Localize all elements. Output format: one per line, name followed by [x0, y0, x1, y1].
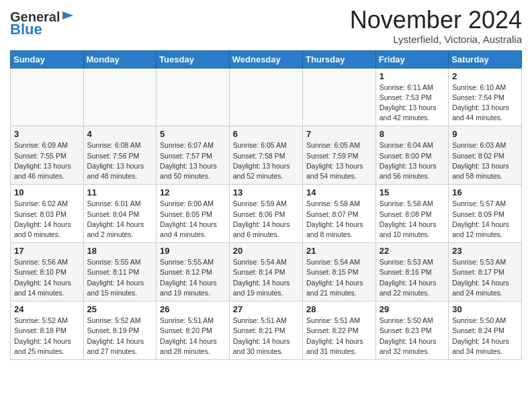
- day-number: 21: [306, 246, 372, 256]
- day-number: 16: [452, 187, 518, 197]
- day-number: 19: [160, 246, 226, 256]
- day-number: 17: [14, 246, 80, 256]
- day-info: Sunrise: 5:56 AM Sunset: 8:10 PM Dayligh…: [14, 257, 80, 298]
- calendar-weekday-header: Wednesday: [229, 50, 302, 68]
- calendar-cell: [11, 68, 84, 126]
- day-number: 26: [160, 304, 226, 314]
- day-number: 2: [452, 71, 518, 81]
- calendar-cell: 30Sunrise: 5:50 AM Sunset: 8:24 PM Dayli…: [449, 302, 522, 360]
- day-number: 6: [233, 129, 299, 139]
- day-number: 1: [380, 71, 445, 81]
- day-number: 4: [87, 129, 153, 139]
- calendar-week-row: 17Sunrise: 5:56 AM Sunset: 8:10 PM Dayli…: [11, 243, 522, 302]
- day-info: Sunrise: 6:04 AM Sunset: 8:00 PM Dayligh…: [380, 140, 445, 181]
- calendar-cell: 16Sunrise: 5:57 AM Sunset: 8:09 PM Dayli…: [449, 185, 522, 243]
- calendar-cell: 8Sunrise: 6:04 AM Sunset: 8:00 PM Daylig…: [375, 126, 448, 185]
- calendar-weekday-header: Sunday: [11, 50, 84, 68]
- day-info: Sunrise: 6:08 AM Sunset: 7:56 PM Dayligh…: [87, 140, 153, 181]
- calendar-weekday-header: Tuesday: [157, 50, 230, 68]
- day-number: 7: [306, 129, 372, 139]
- calendar-week-row: 3Sunrise: 6:09 AM Sunset: 7:55 PM Daylig…: [11, 126, 522, 185]
- calendar-cell: 20Sunrise: 5:54 AM Sunset: 8:14 PM Dayli…: [229, 243, 302, 302]
- calendar-cell: 2Sunrise: 6:10 AM Sunset: 7:54 PM Daylig…: [449, 68, 522, 126]
- day-number: 24: [14, 304, 80, 314]
- logo-arrow-icon: [61, 9, 75, 22]
- calendar-cell: 9Sunrise: 6:03 AM Sunset: 8:02 PM Daylig…: [449, 126, 522, 185]
- calendar-cell: 10Sunrise: 6:02 AM Sunset: 8:03 PM Dayli…: [11, 185, 84, 243]
- calendar-cell: [83, 68, 157, 126]
- calendar-cell: 15Sunrise: 5:58 AM Sunset: 8:08 PM Dayli…: [375, 185, 448, 243]
- calendar-cell: 12Sunrise: 6:00 AM Sunset: 8:05 PM Dayli…: [157, 185, 230, 243]
- day-info: Sunrise: 5:52 AM Sunset: 8:18 PM Dayligh…: [14, 316, 80, 357]
- calendar-cell: 27Sunrise: 5:51 AM Sunset: 8:21 PM Dayli…: [229, 302, 302, 360]
- day-info: Sunrise: 6:11 AM Sunset: 7:53 PM Dayligh…: [380, 83, 445, 124]
- calendar-weekday-header: Thursday: [302, 50, 375, 68]
- calendar-cell: [157, 68, 230, 126]
- calendar-cell: 13Sunrise: 5:59 AM Sunset: 8:06 PM Dayli…: [229, 185, 302, 243]
- day-info: Sunrise: 5:58 AM Sunset: 8:07 PM Dayligh…: [306, 199, 372, 240]
- calendar-cell: 14Sunrise: 5:58 AM Sunset: 8:07 PM Dayli…: [302, 185, 375, 243]
- day-info: Sunrise: 6:00 AM Sunset: 8:05 PM Dayligh…: [160, 199, 226, 240]
- calendar-week-row: 10Sunrise: 6:02 AM Sunset: 8:03 PM Dayli…: [11, 185, 522, 243]
- page: General Blue November 2024 Lysterfield, …: [0, 0, 532, 370]
- calendar-cell: [302, 68, 375, 126]
- day-info: Sunrise: 5:50 AM Sunset: 8:23 PM Dayligh…: [380, 316, 445, 357]
- day-number: 12: [160, 187, 226, 197]
- calendar-cell: 24Sunrise: 5:52 AM Sunset: 8:18 PM Dayli…: [11, 302, 84, 360]
- calendar-cell: 4Sunrise: 6:08 AM Sunset: 7:56 PM Daylig…: [83, 126, 157, 185]
- logo: General Blue: [10, 9, 75, 38]
- calendar-weekday-header: Friday: [375, 50, 448, 68]
- day-info: Sunrise: 6:05 AM Sunset: 7:58 PM Dayligh…: [233, 140, 299, 181]
- day-number: 25: [87, 304, 153, 314]
- day-number: 5: [160, 129, 226, 139]
- calendar-cell: 21Sunrise: 5:54 AM Sunset: 8:15 PM Dayli…: [302, 243, 375, 302]
- calendar-cell: 3Sunrise: 6:09 AM Sunset: 7:55 PM Daylig…: [11, 126, 84, 185]
- day-number: 15: [380, 187, 445, 197]
- day-info: Sunrise: 5:59 AM Sunset: 8:06 PM Dayligh…: [233, 199, 299, 240]
- calendar-week-row: 24Sunrise: 5:52 AM Sunset: 8:18 PM Dayli…: [11, 302, 522, 360]
- day-number: 11: [87, 187, 153, 197]
- day-number: 27: [233, 304, 299, 314]
- day-info: Sunrise: 5:51 AM Sunset: 8:21 PM Dayligh…: [233, 316, 299, 357]
- day-number: 29: [380, 304, 445, 314]
- calendar-cell: 11Sunrise: 6:01 AM Sunset: 8:04 PM Dayli…: [83, 185, 157, 243]
- day-number: 18: [87, 246, 153, 256]
- day-info: Sunrise: 5:52 AM Sunset: 8:19 PM Dayligh…: [87, 316, 153, 357]
- day-info: Sunrise: 6:03 AM Sunset: 8:02 PM Dayligh…: [452, 140, 518, 181]
- day-info: Sunrise: 6:07 AM Sunset: 7:57 PM Dayligh…: [160, 140, 226, 181]
- day-info: Sunrise: 5:54 AM Sunset: 8:14 PM Dayligh…: [233, 257, 299, 298]
- day-info: Sunrise: 6:01 AM Sunset: 8:04 PM Dayligh…: [87, 199, 153, 240]
- calendar-cell: 25Sunrise: 5:52 AM Sunset: 8:19 PM Dayli…: [83, 302, 157, 360]
- day-info: Sunrise: 5:54 AM Sunset: 8:15 PM Dayligh…: [306, 257, 372, 298]
- calendar-cell: 6Sunrise: 6:05 AM Sunset: 7:58 PM Daylig…: [229, 126, 302, 185]
- calendar-header-row: SundayMondayTuesdayWednesdayThursdayFrid…: [11, 50, 522, 68]
- day-info: Sunrise: 5:51 AM Sunset: 8:20 PM Dayligh…: [160, 316, 226, 357]
- calendar-cell: 26Sunrise: 5:51 AM Sunset: 8:20 PM Dayli…: [157, 302, 230, 360]
- calendar-cell: [229, 68, 302, 126]
- calendar-cell: 7Sunrise: 6:05 AM Sunset: 7:59 PM Daylig…: [302, 126, 375, 185]
- calendar-cell: 23Sunrise: 5:53 AM Sunset: 8:17 PM Dayli…: [449, 243, 522, 302]
- day-info: Sunrise: 5:55 AM Sunset: 8:11 PM Dayligh…: [87, 257, 153, 298]
- calendar-cell: 5Sunrise: 6:07 AM Sunset: 7:57 PM Daylig…: [157, 126, 230, 185]
- calendar-weekday-header: Monday: [83, 50, 157, 68]
- svg-marker-0: [62, 11, 73, 19]
- calendar-cell: 17Sunrise: 5:56 AM Sunset: 8:10 PM Dayli…: [11, 243, 84, 302]
- calendar: SundayMondayTuesdayWednesdayThursdayFrid…: [10, 50, 522, 360]
- calendar-cell: 28Sunrise: 5:51 AM Sunset: 8:22 PM Dayli…: [302, 302, 375, 360]
- day-number: 3: [14, 129, 80, 139]
- calendar-week-row: 1Sunrise: 6:11 AM Sunset: 7:53 PM Daylig…: [11, 68, 522, 126]
- day-number: 30: [452, 304, 518, 314]
- day-number: 14: [306, 187, 372, 197]
- day-info: Sunrise: 5:50 AM Sunset: 8:24 PM Dayligh…: [452, 316, 518, 357]
- calendar-cell: 18Sunrise: 5:55 AM Sunset: 8:11 PM Dayli…: [83, 243, 157, 302]
- day-info: Sunrise: 6:10 AM Sunset: 7:54 PM Dayligh…: [452, 83, 518, 124]
- calendar-cell: 19Sunrise: 5:55 AM Sunset: 8:12 PM Dayli…: [157, 243, 230, 302]
- day-number: 22: [380, 246, 445, 256]
- day-number: 10: [14, 187, 80, 197]
- month-title: November 2024: [350, 7, 522, 34]
- day-info: Sunrise: 5:55 AM Sunset: 8:12 PM Dayligh…: [160, 257, 226, 298]
- day-info: Sunrise: 5:53 AM Sunset: 8:16 PM Dayligh…: [380, 257, 445, 298]
- day-info: Sunrise: 5:57 AM Sunset: 8:09 PM Dayligh…: [452, 199, 518, 240]
- location: Lysterfield, Victoria, Australia: [350, 34, 522, 45]
- day-info: Sunrise: 6:05 AM Sunset: 7:59 PM Dayligh…: [306, 140, 372, 181]
